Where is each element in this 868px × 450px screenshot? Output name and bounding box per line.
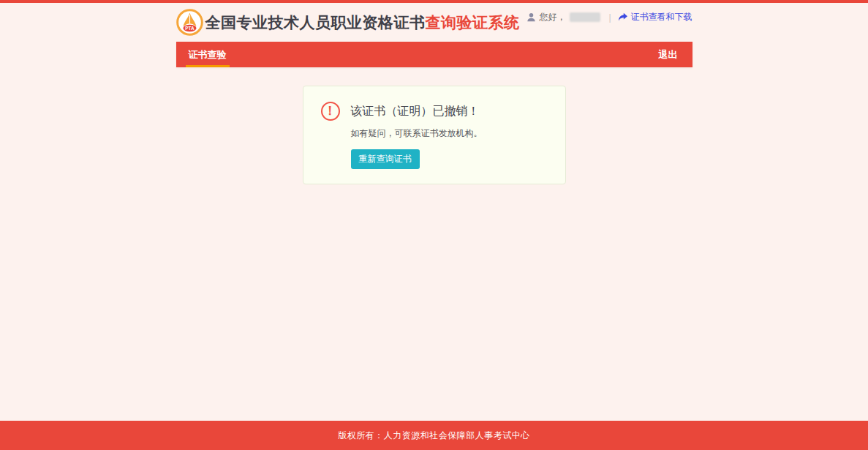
page-title-accent: 查询验证系统 [426, 14, 520, 31]
alert-subtitle: 如有疑问，可联系证书发放机构。 [351, 127, 548, 140]
share-arrow-icon [618, 12, 628, 22]
tab-certificate-verification[interactable]: 证书查验 [176, 42, 239, 67]
pta-logo-text: PTA [185, 26, 195, 31]
alert-title: 该证书（证明）已撤销！ [351, 102, 480, 121]
page-title-main: 全国专业技术人员职业资格证书 [205, 14, 426, 31]
divider: | [608, 12, 611, 23]
download-link-label: 证书查看和下载 [631, 11, 692, 23]
page-title: 全国专业技术人员职业资格证书查询验证系统 [205, 12, 520, 33]
header: PTA 全国专业技术人员职业资格证书查询验证系统 您好， | 证书查看和下载 [0, 3, 868, 42]
logout-button[interactable]: 退出 [644, 42, 692, 67]
footer: 版权所有：人力资源和社会保障部人事考试中心 [0, 421, 868, 450]
requery-certificate-button[interactable]: 重新查询证书 [351, 149, 420, 169]
revoked-alert-panel: ！ 该证书（证明）已撤销！ 如有疑问，可联系证书发放机构。 重新查询证书 [303, 86, 566, 184]
pta-logo-icon: PTA [176, 9, 203, 36]
greeting-text: 您好， [539, 11, 565, 23]
user-bar: 您好， | 证书查看和下载 [527, 11, 692, 23]
tab-label: 证书查验 [189, 49, 227, 60]
warning-icon: ！ [321, 102, 340, 121]
user-icon [527, 12, 536, 22]
main-content: ！ 该证书（证明）已撤销！ 如有疑问，可联系证书发放机构。 重新查询证书 [0, 67, 868, 421]
main-nav: 证书查验 退出 [0, 42, 868, 67]
brand: PTA 全国专业技术人员职业资格证书查询验证系统 [176, 9, 520, 36]
copyright-text: 版权所有：人力资源和社会保障部人事考试中心 [338, 430, 530, 442]
redacted-username [570, 12, 600, 22]
active-tab-underline [186, 65, 230, 67]
certificate-download-link[interactable]: 证书查看和下载 [618, 11, 692, 23]
